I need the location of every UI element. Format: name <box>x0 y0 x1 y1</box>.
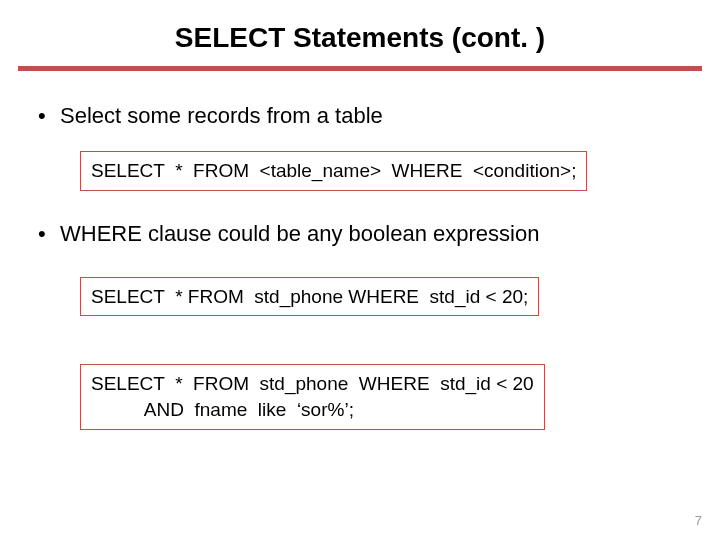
bullet-text: Select some records from a table <box>60 103 383 128</box>
page-number: 7 <box>695 513 702 528</box>
code-block: SELECT * FROM std_phone WHERE std_id < 2… <box>80 364 545 429</box>
slide-title: SELECT Statements (cont. ) <box>175 22 545 54</box>
bullet-text: WHERE clause could be any boolean expres… <box>60 221 539 246</box>
title-area: SELECT Statements (cont. ) <box>0 0 720 54</box>
bullet-item: WHERE clause could be any boolean expres… <box>36 221 684 247</box>
content-area: Select some records from a table SELECT … <box>0 71 720 460</box>
slide: SELECT Statements (cont. ) Select some r… <box>0 0 720 540</box>
code-block: SELECT * FROM std_phone WHERE std_id < 2… <box>80 277 539 317</box>
bullet-item: Select some records from a table <box>36 103 684 129</box>
code-block: SELECT * FROM <table_name> WHERE <condit… <box>80 151 587 191</box>
